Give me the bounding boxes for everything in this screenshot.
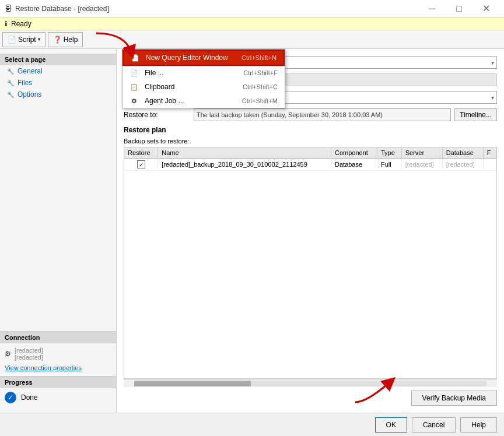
hscroll-thumb[interactable]: [134, 381, 251, 386]
statusbar: ℹ Ready: [0, 17, 504, 30]
ok-button[interactable]: OK: [375, 417, 407, 433]
connection-icon-row: ⚙ [redacted] [redacted]: [5, 347, 111, 361]
col-f: F: [483, 147, 496, 159]
sidebar-item-options[interactable]: 🔧 Options: [0, 89, 116, 100]
hscroll-track: [134, 381, 487, 386]
agent-job-icon: ⚙: [130, 96, 139, 106]
connection-gear-icon: ⚙: [5, 350, 11, 358]
help-bottom-button[interactable]: Help: [460, 417, 497, 433]
general-icon: 🔧: [7, 68, 14, 75]
close-button[interactable]: ✕: [473, 0, 499, 17]
view-connection-properties-link[interactable]: View connection properties: [5, 364, 111, 371]
script-button[interactable]: 📄 Script ▾: [2, 32, 46, 47]
window-title: Restore Database - [redacted]: [15, 5, 109, 13]
sidebar-files-label: Files: [18, 79, 32, 87]
backup-sets-table: Restore Name Component Type Server Datab…: [124, 147, 496, 171]
row-f: [483, 159, 496, 171]
timeline-button[interactable]: Timeline...: [454, 108, 497, 121]
menu-item-file-label: File ...: [145, 69, 164, 77]
menu-item-agent-job-shortcut: Ctrl+Shift+M: [242, 97, 278, 104]
progress-row: ✓ Done: [5, 392, 111, 403]
app-icon: 🗄: [5, 5, 12, 13]
menu-item-clipboard-label: Clipboard: [145, 83, 174, 91]
restore-to-value: The last backup taken (Sunday, September…: [194, 108, 451, 121]
connection-title: Connection: [0, 332, 116, 343]
table-row: ✓ [redacted]_backup_2018_09_30_010002_21…: [124, 159, 496, 171]
select-page-label: Select a page: [0, 54, 116, 65]
row-type: Full: [377, 159, 402, 171]
col-database: Database: [442, 147, 483, 159]
done-label: Done: [21, 393, 38, 402]
cancel-button[interactable]: Cancel: [412, 417, 456, 433]
col-restore: Restore: [124, 147, 158, 159]
menu-item-agent-job-label: Agent Job ...: [145, 97, 184, 105]
verify-backup-button[interactable]: Verify Backup Media: [411, 391, 497, 406]
info-icon: ℹ: [5, 20, 8, 28]
sidebar-item-files[interactable]: 🔧 Files: [0, 77, 116, 89]
row-server: [redacted]: [401, 159, 442, 171]
script-label: Script: [18, 36, 36, 44]
maximize-button[interactable]: □: [446, 0, 473, 17]
col-name: Name: [158, 147, 331, 159]
status-text: Ready: [11, 20, 32, 28]
dest-database-dropdown-arrow: ▾: [491, 94, 494, 101]
connection-server2: [redacted]: [15, 354, 43, 361]
col-server: Server: [401, 147, 442, 159]
script-dropdown-arrow: ▾: [38, 37, 40, 42]
files-icon: 🔧: [7, 80, 14, 86]
script-dropdown-menu: 📄 New Query Editor Window Ctrl+Shift+N 📄…: [122, 49, 285, 108]
progress-section: Progress ✓ Done: [0, 376, 116, 408]
new-query-icon: 📄: [131, 53, 140, 62]
col-component: Component: [331, 147, 377, 159]
connection-server1: [redacted]: [15, 347, 43, 354]
menu-item-new-query-shortcut: Ctrl+Shift+N: [242, 54, 276, 61]
row-name: [redacted]_backup_2018_09_30_010002_2112…: [158, 159, 331, 171]
help-icon: ❓: [53, 36, 62, 44]
done-check-icon: ✓: [5, 392, 16, 403]
menu-item-file[interactable]: 📄 File ... Ctrl+Shift+F: [123, 66, 285, 80]
horizontal-scrollbar[interactable]: [124, 379, 497, 387]
restore-checkbox[interactable]: ✓: [137, 160, 145, 168]
menu-item-new-query-label: New Query Editor Window: [146, 54, 228, 62]
backup-sets-label: Backup sets to restore:: [124, 138, 497, 145]
col-type: Type: [377, 147, 402, 159]
sidebar: Select a page 🔧 General 🔧 Files 🔧 Option…: [0, 49, 117, 413]
toolbar: 📄 Script ▾ ❓ Help: [0, 30, 504, 49]
options-icon: 🔧: [7, 92, 14, 98]
row-database: [redacted]: [442, 159, 483, 171]
help-button[interactable]: ❓ Help: [48, 32, 83, 47]
row-component: Database: [331, 159, 377, 171]
sidebar-options-label: Options: [18, 90, 41, 99]
menu-item-clipboard-shortcut: Ctrl+Shift+C: [243, 83, 278, 90]
menu-item-file-shortcut: Ctrl+Shift+F: [243, 69, 278, 76]
row-restore[interactable]: ✓: [124, 159, 158, 171]
progress-title: Progress: [0, 377, 116, 388]
sidebar-item-general[interactable]: 🔧 General: [0, 65, 116, 77]
restore-plan-title: Restore plan: [124, 126, 497, 134]
help-label: Help: [64, 36, 78, 44]
titlebar: 🗄 Restore Database - [redacted] ─ □ ✕: [0, 0, 504, 17]
menu-item-agent-job[interactable]: ⚙ Agent Job ... Ctrl+Shift+M: [123, 94, 285, 108]
connection-section: Connection ⚙ [redacted] [redacted] View …: [0, 331, 116, 376]
bottom-bar: OK Cancel Help: [0, 413, 504, 436]
backup-sets-table-container: Restore Name Component Type Server Datab…: [124, 147, 497, 379]
minimize-button[interactable]: ─: [419, 0, 446, 17]
database-dropdown-arrow: ▾: [491, 59, 494, 66]
clipboard-icon: 📋: [130, 82, 139, 92]
menu-item-clipboard[interactable]: 📋 Clipboard Ctrl+Shift+C: [123, 80, 285, 94]
file-icon: 📄: [130, 68, 139, 78]
script-icon: 📄: [8, 36, 16, 44]
restore-to-row: Restore to: The last backup taken (Sunda…: [124, 108, 497, 121]
restore-to-label: Restore to:: [124, 111, 194, 119]
sidebar-general-label: General: [18, 67, 43, 75]
menu-item-new-query[interactable]: 📄 New Query Editor Window Ctrl+Shift+N: [123, 50, 285, 66]
